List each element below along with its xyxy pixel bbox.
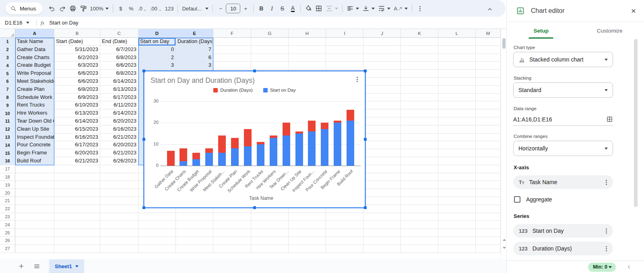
data-range-field[interactable]: A1:A16,D1:E16 <box>513 113 613 126</box>
grid-cell[interactable]: 6/14/2023 <box>100 109 138 117</box>
bar-Build Roof[interactable] <box>347 110 354 166</box>
grid-cell[interactable] <box>100 189 138 197</box>
fill-color-button[interactable] <box>303 3 314 14</box>
series-chip-Duration (Days)[interactable]: 123Duration (Days) <box>513 242 613 255</box>
select-all-corner[interactable] <box>0 29 15 38</box>
grid-cell[interactable]: 6/3/2023 <box>54 62 100 70</box>
bar-segment-Start on Day[interactable] <box>205 153 213 166</box>
grid-cell[interactable] <box>213 46 251 54</box>
close-icon[interactable]: × <box>631 7 636 15</box>
row-header-1[interactable]: 1 <box>0 38 15 46</box>
grid-cell[interactable]: 6/8/2023 <box>54 86 100 94</box>
grid-cell[interactable] <box>438 133 476 142</box>
column-header-F[interactable]: F <box>213 29 251 38</box>
grid-cell[interactable] <box>138 213 176 221</box>
grid-cell[interactable] <box>251 46 289 54</box>
more-formats-button[interactable]: 123 <box>163 3 175 14</box>
row-header-20[interactable]: 20 <box>0 189 15 197</box>
grid-cell[interactable]: 6/17/2023 <box>54 141 100 149</box>
grid-cell[interactable]: Clean Up Site <box>15 125 54 133</box>
grid-cell[interactable] <box>476 141 501 149</box>
row-header-7[interactable]: 7 <box>0 86 15 94</box>
row-header-19[interactable]: 19 <box>0 181 15 189</box>
grid-cell[interactable] <box>289 46 326 54</box>
grid-cell[interactable] <box>363 46 401 54</box>
more-toolbar-button[interactable] <box>415 3 425 14</box>
bar-segment-Duration (Days)[interactable] <box>334 121 341 123</box>
row-header-18[interactable]: 18 <box>0 173 15 181</box>
grid-cell[interactable] <box>54 197 100 205</box>
grid-cell[interactable]: Create Budget <box>15 62 54 70</box>
bar-Create Plan[interactable] <box>231 138 239 166</box>
row-header-22[interactable]: 22 <box>0 205 15 213</box>
grid-cell[interactable] <box>363 173 401 181</box>
merge-cells-button[interactable] <box>324 3 340 14</box>
grid-cell[interactable] <box>363 237 401 245</box>
grid-cell[interactable] <box>476 213 501 221</box>
grid-cell[interactable] <box>54 221 100 229</box>
grid-cell[interactable] <box>176 237 213 245</box>
grid-cell[interactable] <box>476 229 501 237</box>
grid-cell[interactable] <box>401 181 438 189</box>
grid-cell[interactable] <box>54 205 100 213</box>
grid-cell[interactable] <box>15 213 54 221</box>
row-header-17[interactable]: 17 <box>0 165 15 173</box>
kebab-icon[interactable] <box>603 227 610 235</box>
grid-cell[interactable] <box>363 70 401 78</box>
chart-menu-kebab-icon[interactable] <box>353 75 361 84</box>
grid-cell[interactable] <box>438 109 476 117</box>
grid-cell[interactable] <box>100 221 138 229</box>
bar-segment-Start on Day[interactable] <box>192 159 200 166</box>
grid-cell[interactable] <box>363 54 401 62</box>
italic-button[interactable]: I <box>266 3 277 14</box>
bar-segment-Start on Day[interactable] <box>218 153 226 166</box>
scroll-down-arrow[interactable] <box>503 247 506 249</box>
grid-cell[interactable] <box>476 46 501 54</box>
row-header-26[interactable]: 26 <box>0 237 15 245</box>
grid-cell[interactable] <box>401 101 438 109</box>
increase-decimal-button[interactable]: .00→ <box>149 3 163 14</box>
grid-cell[interactable] <box>326 229 363 237</box>
column-header-H[interactable]: H <box>289 29 326 38</box>
grid-cell[interactable] <box>54 245 100 253</box>
grid-cell[interactable]: Create Charts <box>15 54 54 62</box>
grid-cell[interactable] <box>401 62 438 70</box>
grid-cell[interactable] <box>176 213 213 221</box>
format-currency-button[interactable]: $ <box>116 3 126 14</box>
grid-cell[interactable]: 6/13/2023 <box>54 109 100 117</box>
row-header-8[interactable]: 8 <box>0 94 15 102</box>
grid-cell[interactable] <box>289 213 326 221</box>
min-badge[interactable]: Min: 0 <box>588 263 616 272</box>
bar-segment-Duration (Days)[interactable] <box>205 148 213 153</box>
resize-handle[interactable] <box>142 70 145 72</box>
grid-cell[interactable] <box>438 173 476 181</box>
text-wrap-button[interactable] <box>376 3 392 14</box>
grid-cell[interactable]: 3 <box>176 62 213 70</box>
grid-cell[interactable] <box>401 157 438 165</box>
grid-cell[interactable]: Build Roof <box>15 157 54 165</box>
grid-cell[interactable] <box>438 38 476 46</box>
grid-cell[interactable] <box>363 62 401 70</box>
grid-cell[interactable] <box>401 86 438 94</box>
grid-cell[interactable] <box>363 94 401 102</box>
grid-cell[interactable] <box>401 245 438 253</box>
scroll-up-arrow[interactable] <box>503 239 506 241</box>
grid-cell[interactable] <box>100 165 138 173</box>
grid-cell[interactable] <box>363 38 401 46</box>
grid-cell[interactable] <box>363 125 401 133</box>
grid-cell[interactable]: 6/20/2023 <box>54 149 100 157</box>
grid-cell[interactable] <box>213 62 251 70</box>
paint-format-button[interactable] <box>78 3 89 14</box>
all-sheets-button[interactable] <box>31 261 42 272</box>
row-header-15[interactable]: 15 <box>0 149 15 157</box>
zoom-select[interactable]: 100% <box>89 3 110 14</box>
grid-cell[interactable]: 6/17/2023 <box>100 94 138 102</box>
grid-cell[interactable] <box>438 189 476 197</box>
grid-cell[interactable] <box>326 245 363 253</box>
grid-cell[interactable]: 6/8/2023 <box>100 70 138 78</box>
grid-cell[interactable] <box>363 245 401 253</box>
print-button[interactable] <box>68 3 78 14</box>
resize-handle[interactable] <box>364 138 367 141</box>
grid-cell[interactable] <box>476 181 501 189</box>
grid-cell[interactable]: 6/21/2023 <box>100 133 138 142</box>
